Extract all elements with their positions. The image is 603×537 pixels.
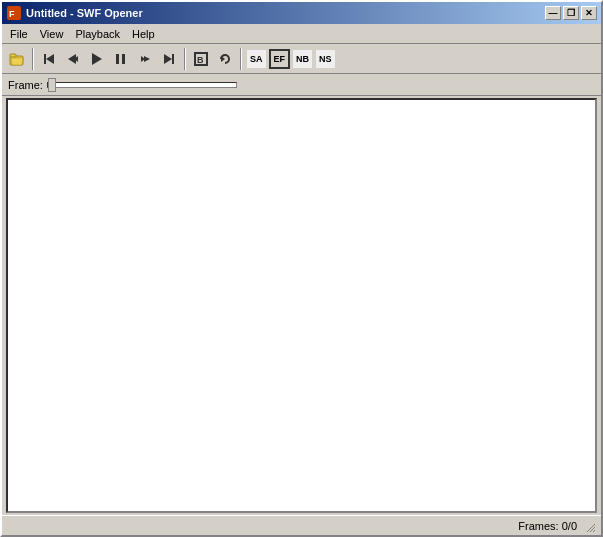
frame-label: Frame:: [8, 79, 43, 91]
sa-label: SA: [250, 54, 263, 64]
first-frame-icon: [41, 51, 57, 67]
open-button[interactable]: [6, 48, 28, 70]
nb-label: NB: [296, 54, 309, 64]
resize-grip-icon: [583, 520, 595, 532]
svg-marker-13: [164, 54, 172, 64]
menu-file[interactable]: File: [4, 26, 34, 42]
svg-rect-10: [122, 54, 125, 64]
rewind-button[interactable]: [214, 48, 236, 70]
svg-rect-3: [10, 54, 16, 57]
play-icon: [89, 51, 105, 67]
frame-row: Frame:: [2, 74, 601, 96]
next-frame-icon: [137, 51, 153, 67]
play-button[interactable]: [86, 48, 108, 70]
loop-icon: B: [193, 51, 209, 67]
title-bar-left: F Untitled - SWF Opener: [6, 5, 143, 21]
svg-text:F: F: [9, 9, 15, 19]
svg-marker-5: [46, 54, 54, 64]
app-icon: F: [6, 5, 22, 21]
first-frame-button[interactable]: [38, 48, 60, 70]
prev-frame-icon: [65, 51, 81, 67]
svg-marker-12: [144, 56, 150, 62]
svg-text:B: B: [197, 55, 204, 65]
svg-marker-17: [221, 56, 225, 62]
window-title: Untitled - SWF Opener: [26, 7, 143, 19]
svg-rect-4: [44, 54, 46, 64]
svg-rect-9: [116, 54, 119, 64]
last-frame-button[interactable]: [158, 48, 180, 70]
ns-button[interactable]: NS: [315, 49, 336, 69]
toolbar-separator-3: [240, 48, 242, 70]
ef-button[interactable]: EF: [269, 49, 291, 69]
ns-label: NS: [319, 54, 332, 64]
ef-label: EF: [274, 54, 286, 64]
folder-open-icon: [9, 51, 25, 67]
frames-status: Frames: 0/0: [518, 520, 577, 532]
status-bar: Frames: 0/0: [2, 515, 601, 535]
svg-marker-8: [92, 53, 102, 65]
svg-rect-14: [172, 54, 174, 64]
rewind-icon: [217, 51, 233, 67]
frame-slider[interactable]: [47, 82, 237, 88]
toolbar-separator-1: [32, 48, 34, 70]
sa-button[interactable]: SA: [246, 49, 267, 69]
main-window: F Untitled - SWF Opener — ❐ ✕ File View …: [0, 0, 603, 537]
minimize-button[interactable]: —: [545, 6, 561, 20]
title-buttons: — ❐ ✕: [545, 6, 597, 20]
pause-icon: [113, 51, 129, 67]
toolbar: B SA EF NB NS: [2, 44, 601, 74]
last-frame-icon: [161, 51, 177, 67]
menu-help[interactable]: Help: [126, 26, 161, 42]
menu-playback[interactable]: Playback: [69, 26, 126, 42]
next-frame-button[interactable]: [134, 48, 156, 70]
close-button[interactable]: ✕: [581, 6, 597, 20]
content-area: [6, 98, 597, 513]
menu-view[interactable]: View: [34, 26, 70, 42]
pause-button[interactable]: [110, 48, 132, 70]
restore-button[interactable]: ❐: [563, 6, 579, 20]
loop-button[interactable]: B: [190, 48, 212, 70]
menu-bar: File View Playback Help: [2, 24, 601, 44]
nb-button[interactable]: NB: [292, 49, 313, 69]
toolbar-separator-2: [184, 48, 186, 70]
title-bar: F Untitled - SWF Opener — ❐ ✕: [2, 2, 601, 24]
svg-line-20: [593, 530, 595, 532]
prev-frame-button[interactable]: [62, 48, 84, 70]
